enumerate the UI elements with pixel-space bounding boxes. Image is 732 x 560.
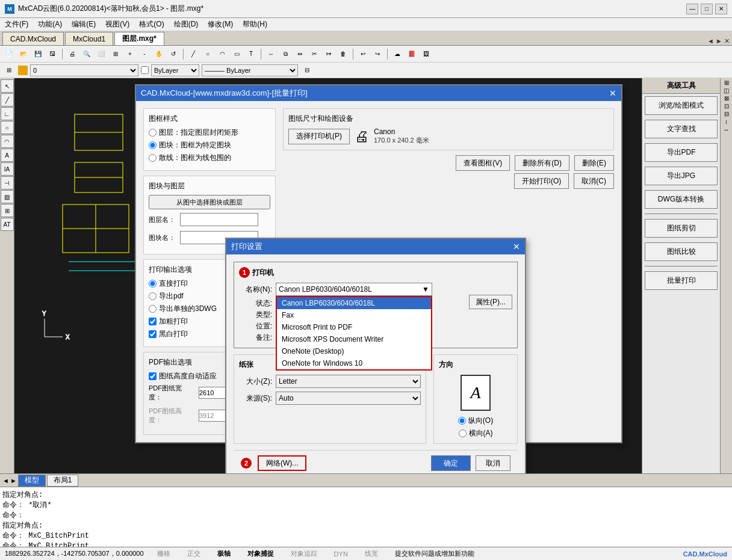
tb-mirror[interactable]: ⇔ <box>293 48 306 61</box>
tb2-color[interactable] <box>18 66 28 75</box>
status-feedback[interactable]: 提交软件问题或增加新功能 <box>391 549 674 558</box>
status-otrack[interactable]: 对象追踪 <box>287 549 321 558</box>
tab-cad-mxcloud[interactable]: CAD.MxCloud <box>2 32 64 45</box>
tb-circle[interactable]: ○ <box>201 48 214 61</box>
right-btn-exportjpg[interactable]: 导出JPG <box>645 167 718 185</box>
select-block-layer-btn[interactable]: 从图中选择图块或图层 <box>149 195 270 209</box>
tb2-extra[interactable]: ⊟ <box>300 64 314 77</box>
lineweight-select[interactable]: ——— ByLayer <box>202 64 298 76</box>
printer-dropdown[interactable]: Canon LBP6030/6040/6018L ▼ Canon LBP6030… <box>276 283 432 296</box>
tb-new[interactable]: 📄 <box>2 48 16 61</box>
title-bar-controls[interactable]: — □ ✕ <box>686 4 727 14</box>
far-right-icon-6[interactable]: ↕ <box>721 118 732 125</box>
pdf-auto-fit-check[interactable] <box>149 372 157 380</box>
layer-name-input[interactable] <box>180 213 258 226</box>
printer-item-4[interactable]: OneNote (Desktop) <box>277 345 431 357</box>
tb-redo[interactable]: ↪ <box>371 48 384 61</box>
tb-copy[interactable]: ⧉ <box>279 48 292 61</box>
layer-select[interactable]: 0 <box>30 64 138 76</box>
status-dyn[interactable]: DYN <box>330 550 352 558</box>
right-btn-dwgver[interactable]: DWG版本转换 <box>645 190 718 209</box>
maximize-button[interactable]: □ <box>701 4 713 14</box>
printer-item-0[interactable]: Canon LBP6030/6040/6018L <box>277 297 431 309</box>
tab-layout1[interactable]: 布局1 <box>47 475 79 487</box>
menu-view[interactable]: 视图(V) <box>101 18 134 31</box>
tb-pan[interactable]: ✋ <box>152 48 166 61</box>
tb-preview[interactable]: 🔍 <box>80 48 93 61</box>
tab-nav[interactable]: ◄ ► ✕ <box>707 37 732 45</box>
far-right-icon-2[interactable]: ◫ <box>721 87 732 94</box>
linetype-select[interactable]: ByLayer <box>151 64 199 76</box>
close-button[interactable]: ✕ <box>715 4 727 14</box>
menu-function[interactable]: 功能(A) <box>33 18 67 31</box>
sidebar-icon-select[interactable]: ↖ <box>1 79 14 93</box>
bottom-nav-left[interactable]: ◄ <box>2 477 9 484</box>
size-select[interactable]: Letter <box>276 375 421 388</box>
tb2-icon[interactable]: ⊞ <box>2 64 16 77</box>
output-radio-1[interactable] <box>149 292 157 300</box>
right-btn-findtext[interactable]: 文字查找 <box>645 120 718 138</box>
right-btn-exportpdf[interactable]: 导出PDF <box>645 143 718 162</box>
frame-radio-0[interactable] <box>149 129 157 137</box>
right-btn-batchprint[interactable]: 批量打印 <box>645 271 718 290</box>
menu-format[interactable]: 格式(O) <box>134 18 169 31</box>
far-right-icon-4[interactable]: ⊡ <box>721 103 732 109</box>
tab-layer[interactable]: 图层.mxg* <box>114 32 164 45</box>
view-frame-btn[interactable]: 查看图框(V) <box>456 155 510 171</box>
frame-option-1[interactable]: 图块：图框为特定图块 <box>149 140 270 150</box>
sidebar-icon-insert[interactable]: ⊞ <box>1 204 14 217</box>
tb-jpg[interactable]: 🖼 <box>420 48 433 61</box>
menu-help[interactable]: 帮助(H) <box>238 18 272 31</box>
tab-model[interactable]: 模型 <box>18 475 46 487</box>
tb-pdf[interactable]: 📕 <box>405 48 418 61</box>
bw-print-check[interactable] <box>149 330 157 338</box>
status-polar[interactable]: 极轴 <box>214 549 234 558</box>
select-printer-button[interactable]: 选择打印机(P) <box>288 129 350 144</box>
frame-option-2[interactable]: 散线：图框为线包围的 <box>149 153 270 163</box>
printer-item-2[interactable]: Microsoft Print to PDF <box>277 321 431 333</box>
batch-dialog-close[interactable]: ✕ <box>609 88 616 98</box>
sidebar-icon-ia[interactable]: IA <box>1 162 14 176</box>
landscape-option[interactable]: 横向(A) <box>459 428 493 438</box>
start-print-btn[interactable]: 开始打印(O) <box>514 173 569 189</box>
command-area[interactable]: 指定对角点: 命令： *取消* 命令： 指定对角点: 命令： MxC_Bitch… <box>0 487 732 547</box>
tb-zoom-in[interactable]: + <box>123 48 137 61</box>
tb-text[interactable]: T <box>244 48 258 61</box>
sidebar-icon-arc[interactable]: ◠ <box>1 135 14 148</box>
frame-option-0[interactable]: 图层：指定图层封闭矩形 <box>149 128 270 138</box>
sidebar-icon-line[interactable]: ╱ <box>1 93 14 106</box>
tb-trim[interactable]: ✂ <box>308 48 321 61</box>
tb-save2[interactable]: 🖫 <box>46 48 59 61</box>
tb-line[interactable]: ╱ <box>187 48 200 61</box>
landscape-radio[interactable] <box>459 429 467 437</box>
tb-cloud[interactable]: ☁ <box>391 48 404 61</box>
status-ortho[interactable]: 正交 <box>184 549 204 558</box>
menu-draw[interactable]: 绘图(D) <box>169 18 203 31</box>
far-right-icon-3[interactable]: ⊠ <box>721 95 732 102</box>
linetype-checkbox[interactable] <box>141 66 149 74</box>
tb-erase[interactable]: 🗑 <box>337 48 350 61</box>
tb-open[interactable]: 📂 <box>17 48 30 61</box>
portrait-option[interactable]: 纵向(O) <box>458 416 493 426</box>
tb-print[interactable]: 🖨 <box>66 48 79 61</box>
tb-extend[interactable]: ↦ <box>322 48 335 61</box>
status-grid[interactable]: 栅格 <box>154 549 174 558</box>
output-radio-2[interactable] <box>149 305 157 313</box>
tb-rotate[interactable]: ↺ <box>167 48 180 61</box>
tb-arc[interactable]: ◠ <box>216 48 229 61</box>
portrait-radio[interactable] <box>458 417 466 425</box>
output-radio-0[interactable] <box>149 280 157 288</box>
bottom-nav-right[interactable]: ► <box>10 477 17 484</box>
status-osnap[interactable]: 对象捕捉 <box>244 549 278 558</box>
tb-save[interactable]: 💾 <box>31 48 45 61</box>
ok-button[interactable]: 确定 <box>431 455 471 471</box>
tb-move[interactable]: ↔ <box>264 48 278 61</box>
printer-item-1[interactable]: Fax <box>277 309 431 321</box>
batch-cancel-btn[interactable]: 取消(C) <box>574 173 614 189</box>
tab-mxcloud1[interactable]: MxCloud1 <box>65 32 113 45</box>
properties-button[interactable]: 属性(P)... <box>469 295 512 309</box>
minimize-button[interactable]: — <box>686 4 698 14</box>
sidebar-icon-polyline[interactable]: ∟ <box>1 107 14 120</box>
right-btn-comparedrawing[interactable]: 图纸比较 <box>645 242 718 261</box>
printer-item-3[interactable]: Microsoft XPS Document Writer <box>277 333 431 345</box>
